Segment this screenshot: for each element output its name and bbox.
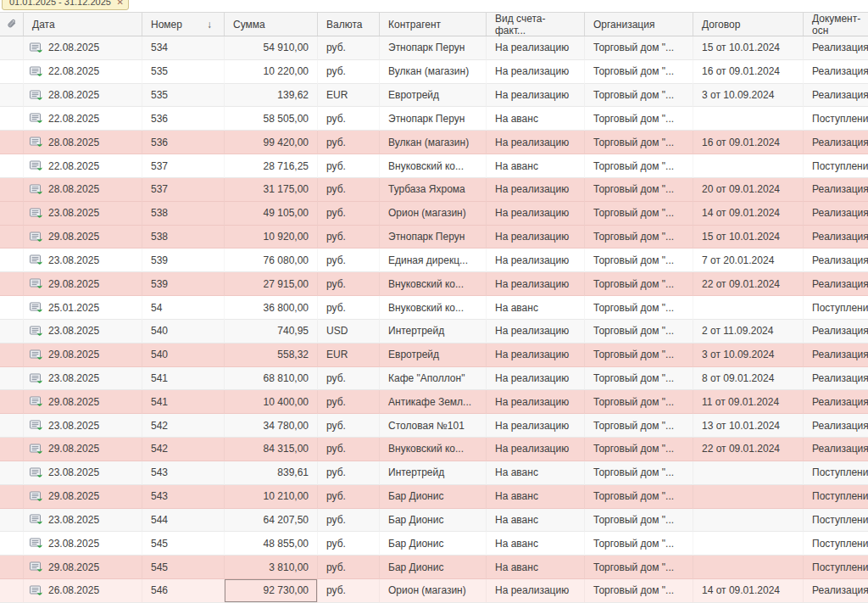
cell-attachments[interactable] — [0, 60, 24, 84]
cell-base-document[interactable]: Реализация ( — [804, 579, 868, 603]
cell-contract[interactable]: 20 от 09.01.2024 — [693, 178, 804, 202]
cell-counterparty[interactable]: Интертрейд — [380, 461, 487, 485]
cell-base-document[interactable]: Реализация ( — [804, 131, 868, 154]
cell-date[interactable]: 29.08.2025 — [24, 272, 142, 296]
cell-attachments[interactable] — [0, 367, 24, 391]
cell-invoice-type[interactable]: На реализацию — [487, 367, 585, 391]
cell-currency[interactable]: руб. — [318, 367, 380, 391]
cell-date[interactable]: 23.08.2025 — [24, 320, 142, 343]
cell-contract[interactable]: 22 от 09.01.2024 — [693, 438, 804, 461]
table-row[interactable]: 23.08.2025 540 740,95 USD Интертрейд На … — [0, 320, 868, 343]
cell-number[interactable]: 546 — [142, 579, 225, 603]
cell-contract[interactable] — [693, 107, 804, 131]
current-cell-sum[interactable]: 92 730,00 — [225, 579, 318, 603]
cell-attachments[interactable] — [0, 107, 24, 131]
cell-currency[interactable]: EUR — [318, 84, 380, 108]
cell-contract[interactable]: 13 от 10.01.2024 — [693, 414, 804, 438]
cell-date[interactable]: 25.01.2025 — [24, 296, 142, 320]
cell-date[interactable]: 29.08.2025 — [24, 390, 142, 414]
cell-number[interactable]: 544 — [142, 509, 225, 533]
cell-counterparty[interactable]: Внуковский ко... — [380, 438, 487, 461]
cell-number[interactable]: 542 — [142, 414, 225, 438]
cell-organization[interactable]: Торговый дом "... — [585, 414, 693, 438]
cell-sum[interactable]: 48 855,00 — [225, 532, 318, 556]
cell-contract[interactable] — [693, 154, 804, 178]
cell-currency[interactable]: руб. — [318, 485, 380, 509]
cell-base-document[interactable]: Реализация ( — [804, 320, 868, 343]
cell-currency[interactable]: руб. — [318, 36, 380, 60]
cell-currency[interactable]: руб. — [318, 438, 380, 461]
cell-counterparty[interactable]: Кафе "Аполлон" — [380, 367, 487, 391]
cell-organization[interactable]: Торговый дом "... — [585, 390, 693, 414]
cell-attachments[interactable] — [0, 296, 24, 320]
table-row[interactable]: 29.08.2025 545 3 810,00 руб. Бар Дионис … — [0, 556, 868, 579]
cell-date[interactable]: 29.08.2025 — [24, 226, 142, 249]
cell-attachments[interactable] — [0, 36, 24, 60]
cell-attachments[interactable] — [0, 509, 24, 533]
column-header-organization[interactable]: Организация — [585, 13, 693, 36]
table-row[interactable]: 29.08.2025 539 27 915,00 руб. Внуковский… — [0, 272, 868, 296]
cell-currency[interactable]: руб. — [318, 178, 380, 202]
cell-contract[interactable] — [693, 296, 804, 320]
cell-sum[interactable]: 36 800,00 — [225, 296, 318, 320]
cell-base-document[interactable]: Реализация ( — [804, 178, 868, 202]
cell-counterparty[interactable]: Этнопарк Перун — [380, 107, 487, 131]
cell-counterparty[interactable]: Антикафе Земл... — [380, 390, 487, 414]
cell-base-document[interactable]: Поступление — [804, 556, 868, 579]
cell-base-document[interactable]: Реализация ( — [804, 202, 868, 226]
cell-counterparty[interactable]: Вулкан (магазин) — [380, 131, 487, 154]
cell-date[interactable]: 23.08.2025 — [24, 532, 142, 556]
cell-counterparty[interactable]: Евротрейд — [380, 84, 487, 108]
cell-base-document[interactable]: Реализация ( — [804, 343, 868, 367]
cell-counterparty[interactable]: Внуковский ко... — [380, 296, 487, 320]
table-row[interactable]: 28.08.2025 537 31 175,00 руб. Турбаза Ях… — [0, 178, 868, 202]
cell-date[interactable]: 22.08.2025 — [24, 107, 142, 131]
cell-currency[interactable]: USD — [318, 320, 380, 343]
cell-organization[interactable]: Торговый дом "... — [585, 36, 693, 60]
cell-attachments[interactable] — [0, 390, 24, 414]
cell-contract[interactable] — [693, 461, 804, 485]
column-header-date[interactable]: Дата — [24, 13, 142, 36]
cell-sum[interactable]: 10 400,00 — [225, 390, 318, 414]
table-row[interactable]: 22.08.2025 534 54 910,00 руб. Этнопарк П… — [0, 36, 868, 60]
cell-invoice-type[interactable]: На аванс — [487, 461, 585, 485]
cell-date[interactable]: 22.08.2025 — [24, 36, 142, 60]
cell-counterparty[interactable]: Орион (магазин) — [380, 579, 487, 603]
cell-number[interactable]: 542 — [142, 438, 225, 461]
cell-organization[interactable]: Торговый дом "... — [585, 296, 693, 320]
cell-invoice-type[interactable]: На реализацию — [487, 36, 585, 60]
cell-number[interactable]: 543 — [142, 461, 225, 485]
cell-number[interactable]: 535 — [142, 84, 225, 108]
column-header-number[interactable]: Номер ↓ — [142, 13, 225, 36]
cell-counterparty[interactable]: Этнопарк Перун — [380, 226, 487, 249]
cell-sum[interactable]: 31 175,00 — [225, 178, 318, 202]
cell-counterparty[interactable]: Бар Дионис — [380, 556, 487, 579]
cell-date[interactable]: 23.08.2025 — [24, 367, 142, 391]
cell-invoice-type[interactable]: На реализацию — [487, 84, 585, 108]
cell-organization[interactable]: Торговый дом "... — [585, 272, 693, 296]
cell-number[interactable]: 543 — [142, 485, 225, 509]
cell-currency[interactable]: руб. — [318, 202, 380, 226]
cell-attachments[interactable] — [0, 320, 24, 343]
cell-sum[interactable]: 34 780,00 — [225, 414, 318, 438]
cell-date[interactable]: 28.08.2025 — [24, 178, 142, 202]
table-row[interactable]: 28.08.2025 536 99 420,00 руб. Вулкан (ма… — [0, 131, 868, 154]
cell-attachments[interactable] — [0, 343, 24, 367]
cell-attachments[interactable] — [0, 272, 24, 296]
cell-contract[interactable]: 14 от 09.01.2024 — [693, 202, 804, 226]
cell-date[interactable]: 29.08.2025 — [24, 343, 142, 367]
cell-organization[interactable]: Торговый дом "... — [585, 248, 693, 272]
cell-number[interactable]: 539 — [142, 248, 225, 272]
column-header-invoice-type[interactable]: Вид счета-факт... — [487, 13, 585, 36]
cell-organization[interactable]: Торговый дом "... — [585, 485, 693, 509]
cell-counterparty[interactable]: Единая дирекц... — [380, 248, 487, 272]
cell-counterparty[interactable]: Турбаза Яхрома — [380, 178, 487, 202]
cell-organization[interactable]: Торговый дом "... — [585, 343, 693, 367]
cell-base-document[interactable]: Реализация ( — [804, 60, 868, 84]
cell-invoice-type[interactable]: На реализацию — [487, 178, 585, 202]
cell-number[interactable]: 536 — [142, 131, 225, 154]
table-row[interactable]: 25.01.2025 54 36 800,00 руб. Внуковский … — [0, 296, 868, 320]
cell-date[interactable]: 23.08.2025 — [24, 414, 142, 438]
cell-base-document[interactable]: Реализация ( — [804, 438, 868, 461]
cell-currency[interactable]: руб. — [318, 60, 380, 84]
